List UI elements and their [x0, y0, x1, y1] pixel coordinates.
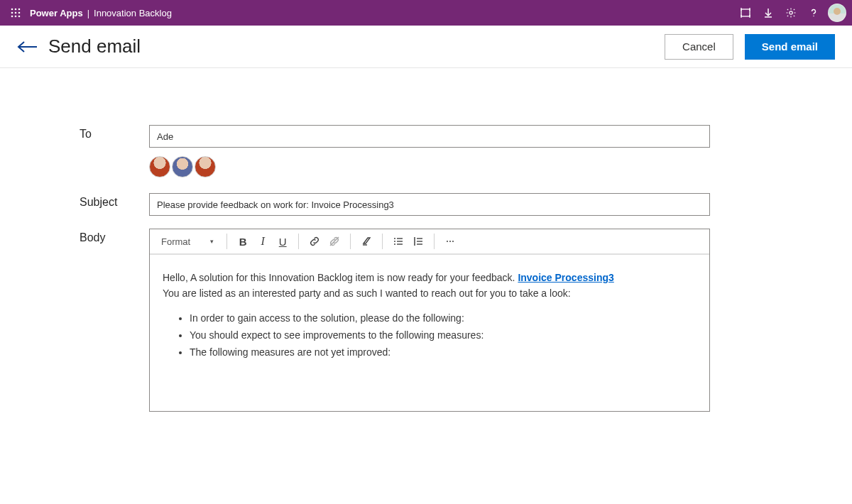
- body-line2: You are listed as an interested party an…: [163, 286, 697, 302]
- subject-input[interactable]: [149, 193, 710, 216]
- svg-point-8: [18, 16, 21, 18]
- svg-point-37: [452, 241, 454, 242]
- cancel-button[interactable]: Cancel: [665, 34, 733, 60]
- body-intro: Hello, A solution for this Innovation Ba…: [163, 272, 518, 283]
- svg-point-0: [11, 9, 13, 11]
- editor-toolbar: Format ▾ B I U: [150, 229, 709, 255]
- send-email-button[interactable]: Send email: [745, 34, 835, 60]
- format-dropdown[interactable]: Format ▾: [154, 236, 221, 247]
- download-icon[interactable]: [757, 1, 780, 24]
- svg-point-5: [18, 12, 21, 14]
- bullet-list-icon[interactable]: [388, 231, 408, 251]
- unlink-icon[interactable]: [324, 231, 344, 251]
- more-icon[interactable]: [440, 231, 460, 251]
- page-header: Send email Cancel Send email: [0, 26, 852, 68]
- svg-point-3: [11, 12, 13, 14]
- list-item: The following measures are not yet impro…: [190, 345, 697, 361]
- svg-point-1: [15, 9, 17, 11]
- product-name[interactable]: Power Apps: [30, 8, 83, 18]
- back-arrow-icon[interactable]: [17, 36, 38, 57]
- toolbar-separator: [350, 234, 351, 249]
- svg-point-22: [394, 243, 395, 245]
- page-title: Send email: [48, 35, 141, 57]
- toolbar-separator: [298, 234, 299, 249]
- to-label: To: [0, 125, 149, 141]
- editor-content[interactable]: Hello, A solution for this Innovation Ba…: [150, 255, 709, 411]
- clear-format-icon[interactable]: [356, 231, 376, 251]
- svg-point-7: [15, 16, 17, 18]
- svg-point-20: [394, 238, 395, 239]
- toolbar-separator: [382, 234, 383, 249]
- fit-screen-icon[interactable]: [734, 1, 757, 24]
- app-launcher-icon[interactable]: [9, 6, 23, 20]
- svg-point-2: [18, 9, 21, 11]
- svg-point-21: [394, 241, 395, 242]
- list-item: In order to gain access to the solution,…: [190, 311, 697, 327]
- svg-point-35: [447, 241, 448, 242]
- numbered-list-icon[interactable]: [408, 231, 428, 251]
- body-bullets: In order to gain access to the solution,…: [190, 311, 697, 360]
- body-item-link[interactable]: Invoice Processing3: [518, 272, 613, 283]
- underline-icon[interactable]: U: [273, 231, 293, 251]
- svg-point-17: [813, 16, 814, 16]
- recipient-avatar[interactable]: [195, 156, 216, 177]
- svg-point-36: [449, 241, 451, 242]
- svg-point-16: [790, 11, 792, 14]
- list-item: You should expect to see improvements to…: [190, 328, 697, 344]
- svg-point-4: [15, 12, 17, 14]
- svg-point-6: [11, 16, 13, 18]
- svg-rect-9: [741, 9, 750, 16]
- chevron-down-icon: ▾: [210, 238, 214, 245]
- toolbar-separator: [434, 234, 435, 249]
- email-form: To Subject Body Format ▾ B I U: [0, 68, 852, 412]
- toolbar-separator: [226, 234, 227, 249]
- italic-icon[interactable]: I: [253, 231, 273, 251]
- rich-text-editor: Format ▾ B I U: [149, 229, 710, 412]
- help-icon[interactable]: [802, 1, 825, 24]
- recipient-avatar[interactable]: [172, 156, 193, 177]
- link-icon[interactable]: [305, 231, 324, 251]
- recipient-avatar[interactable]: [149, 156, 170, 177]
- subject-label: Subject: [0, 193, 149, 209]
- user-avatar[interactable]: [828, 4, 846, 22]
- bold-icon[interactable]: B: [233, 231, 253, 251]
- to-input[interactable]: [149, 125, 710, 148]
- app-name[interactable]: Innovation Backlog: [94, 8, 172, 18]
- body-label: Body: [0, 229, 149, 244]
- header-divider: |: [87, 8, 89, 18]
- recipient-avatars: [0, 156, 852, 177]
- global-header: Power Apps | Innovation Backlog: [0, 0, 852, 26]
- gear-icon[interactable]: [780, 1, 802, 24]
